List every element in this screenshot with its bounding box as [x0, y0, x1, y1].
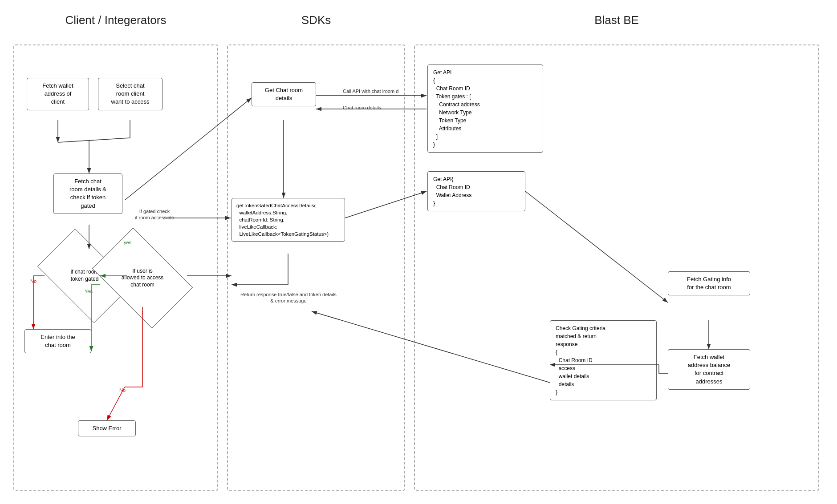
- label-if-gated: If gated checkif room accessible: [135, 208, 174, 221]
- select-chat-box: Select chatroom clientwant to access: [98, 78, 163, 110]
- label-chat-details: Chat room details: [343, 105, 381, 111]
- label-return-response: Return response true/false and token det…: [240, 291, 337, 304]
- sdk-function-box: getTokenGatedChatAccessDetails( walletAd…: [232, 198, 345, 242]
- label-yes1: yes: [124, 239, 131, 246]
- check-gating-box: Check Gating criteria matched & return r…: [550, 320, 657, 400]
- get-api-2-box: Get API{ Chat Room ID Wallet Address }: [427, 171, 525, 211]
- fetch-chat-details-box: Fetch chatroom details &check if tokenga…: [53, 173, 122, 214]
- label-no1: No: [30, 278, 37, 284]
- fetch-wallet-balance-box: Fetch walletaddress balancefor contracta…: [668, 349, 750, 390]
- client-header: Client / Integerators: [13, 13, 218, 27]
- label-yes2: Yes: [85, 288, 93, 294]
- enter-chat-box: Enter into thechat room: [24, 329, 91, 353]
- sdk-header: SDKs: [227, 13, 405, 27]
- get-chatroom-box: Get Chat roomdetails: [252, 82, 316, 106]
- fetch-gating-box: Fetch Gating infofor the chat room: [668, 271, 750, 295]
- show-error-box: Show Error: [78, 420, 136, 436]
- fetch-wallet-box: Fetch walletaddress ofclient: [27, 78, 89, 110]
- label-call-api: Call API with chat iroom d: [343, 88, 398, 94]
- get-api-1-box: Get API { Chat Room ID Token gates : [ C…: [427, 65, 543, 153]
- diagram-container: Client / Integerators SDKs Blast BE Fetc…: [0, 0, 837, 504]
- label-no2: No: [119, 387, 126, 393]
- diamond-user-allowed: If user isallowed to accesschat room: [100, 249, 185, 307]
- lane-sdk: [227, 44, 405, 491]
- blast-header: Blast BE: [414, 13, 819, 27]
